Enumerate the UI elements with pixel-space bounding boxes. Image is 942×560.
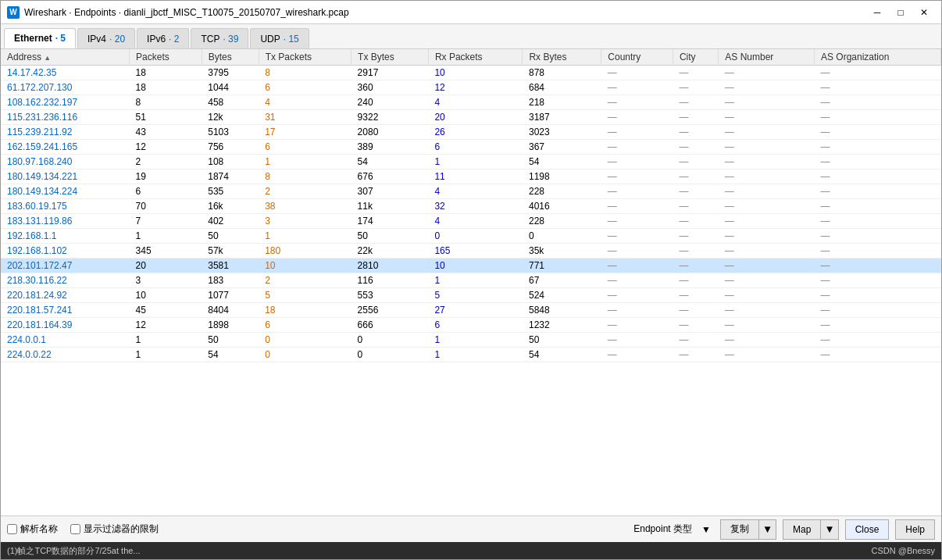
table-row[interactable]: 202.101.172.4720358110281010771———— [1, 259, 941, 273]
table-row[interactable]: 192.168.1.10234557k18022k16535k———— [1, 244, 941, 259]
cell-tx-packets: 18 [259, 303, 351, 318]
cell-rx-packets: 4 [428, 214, 523, 229]
table-row[interactable]: 108.162.232.197845842404218———— [1, 95, 941, 110]
cell-rx-bytes: 228 [523, 184, 601, 199]
cell-as-number: — [719, 273, 815, 288]
app-icon: W [7, 6, 20, 19]
cell-tx-packets: 17 [259, 125, 351, 140]
cell-as-number: — [719, 229, 815, 244]
cell-rx-bytes: 3023 [523, 125, 601, 140]
copy-button[interactable]: 复制 [720, 519, 759, 540]
table-row[interactable]: 224.0.0.115000150———— [1, 333, 941, 348]
cell-tx-packets: 6 [259, 140, 351, 155]
col-country[interactable]: Country [601, 49, 673, 66]
cell-bytes: 183 [202, 273, 259, 288]
tab-udp[interactable]: UDP · 15 [250, 28, 309, 48]
cell-rx-bytes: 228 [523, 214, 601, 229]
table-row[interactable]: 180.149.134.2211918748676111198———— [1, 169, 941, 184]
limit-filter-checkbox-label[interactable]: 显示过滤器的限制 [70, 523, 159, 536]
tab-ethernet[interactable]: Ethernet · 5 [4, 28, 76, 48]
table-row[interactable]: 61.172.207.130181044636012684———— [1, 80, 941, 95]
cell-tx-bytes: 2917 [351, 66, 429, 80]
close-button[interactable]: ✕ [913, 5, 935, 20]
cell-address: 224.0.0.22 [1, 348, 130, 362]
table-row[interactable]: 220.181.164.39121898666661232———— [1, 318, 941, 333]
cell-rx-packets: 1 [428, 333, 523, 348]
cell-packets: 20 [130, 259, 202, 273]
table-row[interactable]: 180.97.168.2402108154154———— [1, 155, 941, 169]
table-row[interactable]: 115.239.211.92435103172080263023———— [1, 125, 941, 140]
cell-address: 180.149.134.224 [1, 184, 130, 199]
col-rx-bytes[interactable]: Rx Bytes [523, 49, 601, 66]
col-bytes[interactable]: Bytes [202, 49, 259, 66]
table-row[interactable]: 192.168.1.115015000———— [1, 229, 941, 244]
cell-country: — [601, 66, 673, 80]
cell-tx-packets: 10 [259, 259, 351, 273]
col-address[interactable]: Address ▲ [1, 49, 130, 66]
cell-rx-packets: 32 [428, 199, 523, 214]
table-row[interactable]: 183.60.19.1757016k3811k324016———— [1, 199, 941, 214]
cell-country: — [601, 333, 673, 348]
cell-as-number: — [719, 155, 815, 169]
limit-filter-checkbox[interactable] [70, 524, 80, 534]
cell-rx-packets: 10 [428, 66, 523, 80]
footer-left: 解析名称 显示过滤器的限制 [7, 523, 633, 536]
cell-tx-bytes: 0 [351, 333, 429, 348]
cell-tx-packets: 31 [259, 110, 351, 125]
cell-tx-packets: 0 [259, 333, 351, 348]
col-tx-packets[interactable]: Tx Packets [259, 49, 351, 66]
cell-rx-bytes: 524 [523, 288, 601, 303]
tab-bar: Ethernet · 5IPv4 · 20IPv6 · 2TCP · 39UDP… [1, 24, 941, 49]
cell-as-org: — [814, 95, 940, 110]
cell-country: — [601, 303, 673, 318]
cell-tx-packets: 5 [259, 288, 351, 303]
table-row[interactable]: 162.159.241.1651275663896367———— [1, 140, 941, 155]
tab-ipv4[interactable]: IPv4 · 20 [77, 28, 135, 48]
resolve-names-checkbox[interactable] [7, 524, 17, 534]
cell-address: 14.17.42.35 [1, 66, 130, 80]
table-row[interactable]: 14.17.42.351837958291710878———— [1, 66, 941, 80]
cell-as-number: — [719, 303, 815, 318]
close-button[interactable]: Close [845, 519, 890, 540]
table-row[interactable]: 115.231.236.1165112k319322203187———— [1, 110, 941, 125]
col-as-number[interactable]: AS Number [719, 49, 815, 66]
table-row[interactable]: 220.181.24.9210107755535524———— [1, 288, 941, 303]
minimize-button[interactable]: ─ [866, 5, 888, 20]
cell-as-org: — [814, 303, 940, 318]
cell-as-org: — [814, 66, 940, 80]
table-row[interactable]: 183.131.119.86740231744228———— [1, 214, 941, 229]
cell-as-org: — [814, 155, 940, 169]
tab-tcp[interactable]: TCP · 39 [191, 28, 248, 48]
col-city[interactable]: City [673, 49, 718, 66]
tab-ipv6[interactable]: IPv6 · 2 [137, 28, 189, 48]
col-tx-bytes[interactable]: Tx Bytes [351, 49, 429, 66]
table-row[interactable]: 180.149.134.224653523074228———— [1, 184, 941, 199]
maximize-button[interactable]: □ [890, 5, 912, 20]
cell-tx-bytes: 553 [351, 288, 429, 303]
col-packets[interactable]: Packets [130, 49, 202, 66]
resolve-names-checkbox-label[interactable]: 解析名称 [7, 523, 58, 536]
col-as-org[interactable]: AS Organization [814, 49, 940, 66]
cell-address: 183.60.19.175 [1, 199, 130, 214]
cell-bytes: 8404 [202, 303, 259, 318]
endpoints-table-container[interactable]: Address ▲ Packets Bytes Tx Packets Tx By… [1, 49, 941, 515]
table-body: 14.17.42.351837958291710878————61.172.20… [1, 66, 941, 362]
table-row[interactable]: 224.0.0.2215400154———— [1, 348, 941, 362]
map-dropdown-button[interactable]: ▼ [821, 519, 838, 540]
map-button[interactable]: Map [783, 519, 821, 540]
cell-as-org: — [814, 125, 940, 140]
table-row[interactable]: 218.30.116.2231832116167———— [1, 273, 941, 288]
table-row[interactable]: 220.181.57.241458404182556275848———— [1, 303, 941, 318]
cell-rx-packets: 6 [428, 318, 523, 333]
cell-address: 61.172.207.130 [1, 80, 130, 95]
cell-packets: 12 [130, 140, 202, 155]
cell-bytes: 3581 [202, 259, 259, 273]
cell-bytes: 1077 [202, 288, 259, 303]
cell-address: 220.181.24.92 [1, 288, 130, 303]
endpoint-type-dropdown-arrow[interactable]: ▼ [701, 524, 711, 535]
cell-tx-packets: 6 [259, 318, 351, 333]
col-rx-packets[interactable]: Rx Packets [428, 49, 523, 66]
cell-bytes: 402 [202, 214, 259, 229]
help-button[interactable]: Help [895, 519, 935, 540]
copy-dropdown-button[interactable]: ▼ [759, 519, 776, 540]
